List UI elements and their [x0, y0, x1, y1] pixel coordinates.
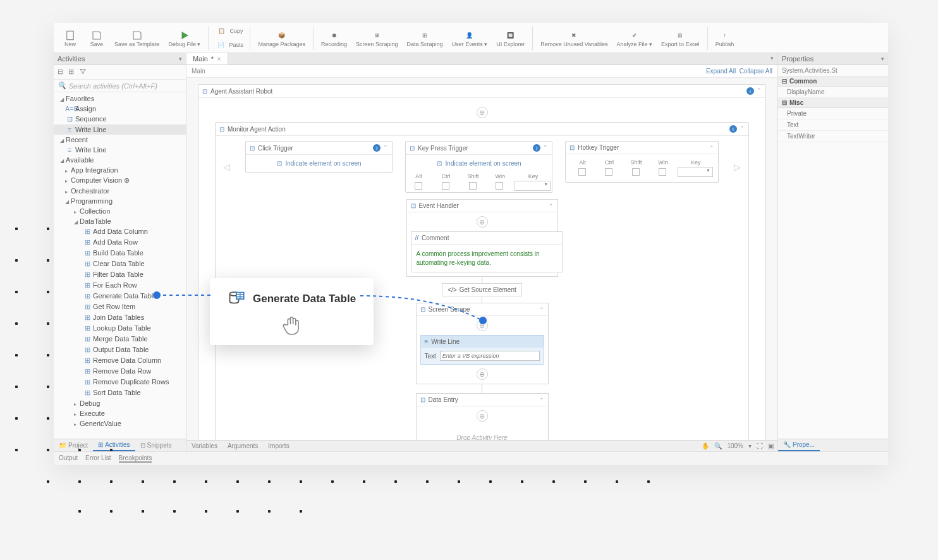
filter-icon[interactable]	[79, 68, 87, 76]
tab-main[interactable]: Main * ×	[186, 53, 228, 64]
collapse-icon[interactable]: ⌃	[549, 203, 554, 209]
alt-checkbox[interactable]	[578, 168, 586, 176]
activity-merge-data-table[interactable]: ⊞Merge Data Table	[54, 334, 186, 344]
export-excel-button[interactable]: ⊞Export to Excel	[657, 24, 704, 52]
overview-icon[interactable]: ▣	[768, 442, 774, 449]
activity-remove-data-row[interactable]: ⊞Remove Data Row	[54, 366, 186, 377]
activity-lookup-data-table[interactable]: ⊞Lookup Data Table	[54, 323, 186, 334]
activity-write-line-fav[interactable]: ≡Write Line	[54, 125, 186, 135]
win-checkbox[interactable]	[496, 182, 503, 190]
nav-right-icon[interactable]: ▷	[731, 162, 743, 172]
data-entry-activity[interactable]: ⊡Data Entry⌃ ⊕ Drop Activity Here ⊕	[416, 393, 549, 440]
grab-icon[interactable]: ✋	[702, 442, 709, 449]
save-as-template-button[interactable]: Save as Template	[111, 24, 163, 52]
tab-error-list[interactable]: Error List	[85, 454, 111, 463]
prop-cat-common[interactable]: ⊟Common	[778, 76, 888, 87]
nav-left-icon[interactable]: ◁	[221, 162, 233, 172]
collapse-icon[interactable]: ⌃	[757, 87, 762, 95]
tabs-dropdown-icon[interactable]: ▾	[767, 53, 777, 64]
indicate-element-link[interactable]: ⊡Indicate element on screen	[406, 155, 552, 172]
remove-unused-button[interactable]: ✖Remove Unused Variables	[537, 24, 611, 52]
shift-checkbox[interactable]	[469, 182, 477, 190]
group-computer-vision[interactable]: ▸Computer Vision ⊛	[54, 175, 186, 186]
fit-icon[interactable]: ⛶	[757, 442, 763, 449]
tab-imports[interactable]: Imports	[263, 441, 294, 451]
shift-checkbox[interactable]	[632, 168, 640, 176]
tab-project[interactable]: 📁 Project	[54, 439, 93, 451]
alt-checkbox[interactable]	[415, 182, 422, 190]
copy-button[interactable]: 📋Copy	[212, 24, 246, 38]
recent-group[interactable]: ◢Recent	[54, 135, 186, 145]
event-handler[interactable]: ⊡Event Handler⌃ ⊕ //Comment A common pro…	[406, 199, 558, 277]
agent-assistant-robot[interactable]: ⊡Agent Assistant Roboti⌃ ⊕ ⊡Monitor Agen…	[198, 84, 766, 440]
recording-button[interactable]: ⏺Recording	[317, 24, 351, 52]
add-activity-button[interactable]: ⊕	[477, 410, 488, 422]
publish-button[interactable]: ↑Publish	[712, 24, 738, 52]
debug-file-button[interactable]: Debug File ▾	[164, 24, 204, 52]
info-icon[interactable]: i	[533, 144, 540, 152]
screen-scraping-button[interactable]: 🖥Screen Scraping	[352, 24, 402, 52]
activity-get-row-item[interactable]: ⊞Get Row Item	[54, 301, 186, 312]
activity-write-line-recent[interactable]: ≡Write Line	[54, 145, 186, 155]
breadcrumb[interactable]: Main	[192, 68, 205, 75]
tab-properties[interactable]: 🔧 Prope...	[778, 439, 820, 451]
ctrl-checkbox[interactable]	[605, 168, 612, 176]
prop-private[interactable]: Private	[778, 108, 888, 119]
tab-output[interactable]: Output	[59, 454, 78, 463]
collapse-icon[interactable]: ⌃	[383, 144, 388, 152]
group-execute[interactable]: ▸Execute	[54, 408, 186, 418]
user-events-button[interactable]: 👤User Events ▾	[448, 24, 492, 52]
activity-output-data-table[interactable]: ⊞Output Data Table	[54, 344, 186, 355]
favorites-group[interactable]: ◢Favorites	[54, 94, 186, 104]
prop-text[interactable]: Text	[778, 119, 888, 131]
paste-button[interactable]: 📄Paste	[212, 38, 246, 52]
comment-activity[interactable]: //Comment A common process improvement c…	[411, 231, 563, 272]
info-icon[interactable]: i	[729, 125, 737, 133]
prop-textwriter[interactable]: TextWriter	[778, 131, 888, 142]
tree-icon[interactable]: ⊟	[58, 68, 63, 76]
collapse-icon[interactable]: ⌃	[539, 307, 544, 313]
tab-snippets[interactable]: ⊡ Snippets	[135, 439, 177, 451]
activity-add-data-column[interactable]: ⊞Add Data Column	[54, 226, 186, 237]
workflow-canvas[interactable]: ⊡Agent Assistant Roboti⌃ ⊕ ⊡Monitor Agen…	[186, 78, 777, 440]
group-orchestrator[interactable]: ▸Orchestrator	[54, 186, 186, 196]
group-datatable[interactable]: ◢DataTable	[54, 216, 186, 226]
text-input[interactable]	[440, 351, 540, 361]
panel-collapse-icon[interactable]: ▾	[179, 56, 182, 62]
collapse-icon[interactable]: ⌃	[539, 397, 544, 403]
zoom-level[interactable]: 100%	[727, 442, 743, 449]
new-button[interactable]: New	[58, 24, 83, 52]
ui-explorer-button[interactable]: 🔲UI Explorer	[492, 24, 528, 52]
info-icon[interactable]: i	[373, 144, 381, 152]
collapse-all-link[interactable]: Collapse All	[740, 68, 772, 75]
info-icon[interactable]: i	[746, 87, 754, 95]
activity-clear-data-table[interactable]: ⊞Clear Data Table	[54, 259, 186, 269]
activity-generate-data-table[interactable]: ⊞Generate Data Table	[54, 291, 186, 301]
key-select[interactable]	[515, 181, 551, 191]
add-activity-button[interactable]: ⊕	[477, 107, 488, 118]
indicate-element-link[interactable]: ⊡Indicate element on screen	[246, 155, 392, 172]
tab-activities[interactable]: ⊞ Activities	[93, 439, 135, 451]
key-press-trigger[interactable]: ⊡Key Press Triggeri⌃ ⊡Indicate element o…	[405, 141, 552, 193]
screen-scrape-activity[interactable]: ⊡Screen Scrape⌃ ⊕ ≡Write Line Text ⊕	[416, 303, 549, 384]
activity-filter-data-table[interactable]: ⊞Filter Data Table	[54, 269, 186, 280]
collapse-icon[interactable]: ⌃	[709, 145, 714, 151]
activity-join-data-tables[interactable]: ⊞Join Data Tables	[54, 312, 186, 323]
group-app-integration[interactable]: ▸App Integration	[54, 165, 186, 175]
activity-remove-data-column[interactable]: ⊞Remove Data Column	[54, 355, 186, 366]
hotkey-trigger[interactable]: ⊡Hotkey Trigger⌃ AltCtrlShiftWinKey	[565, 141, 719, 183]
list-icon[interactable]: ⊞	[68, 68, 74, 76]
key-select[interactable]	[678, 167, 713, 177]
prop-cat-misc[interactable]: ⊟Misc	[778, 98, 888, 108]
collapse-icon[interactable]: ⌃	[543, 144, 548, 152]
tab-variables[interactable]: Variables	[186, 441, 222, 451]
available-group[interactable]: ◢Available	[54, 155, 186, 165]
zoom-dropdown-icon[interactable]: ▾	[748, 442, 752, 449]
zoom-icon[interactable]: 🔍	[714, 442, 722, 449]
write-line-activity[interactable]: ≡Write Line Text	[420, 335, 544, 365]
manage-packages-button[interactable]: 📦Manage Packages	[254, 24, 309, 52]
add-activity-button[interactable]: ⊕	[477, 368, 488, 380]
activity-for-each-row[interactable]: ⊞For Each Row	[54, 280, 186, 291]
activity-sort-data-table[interactable]: ⊞Sort Data Table	[54, 387, 186, 398]
data-scraping-button[interactable]: ⊞Data Scraping	[403, 24, 447, 52]
